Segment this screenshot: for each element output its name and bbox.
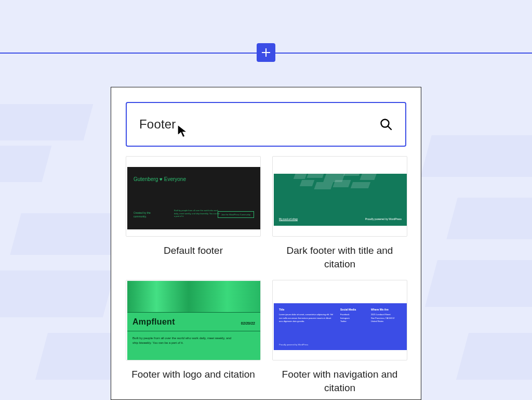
thumb-col3-items: 2021 Lombard Street San Francisco, CA 94… — [371, 313, 402, 323]
block-inserter-panel: Footer Gutenberg ♥ Everyone Created by t… — [111, 87, 421, 400]
thumb-created-by: Created by the community. — [134, 211, 154, 218]
pattern-thumbnail: My.cool.url.shop Proudly powered by Word… — [272, 156, 407, 237]
pattern-card-label: Default footer — [164, 244, 223, 257]
thumb-bottom-text: Proudly powered by WordPress — [279, 343, 308, 346]
pattern-card-nav-footer[interactable]: Title Lorem ipsum dolor sit amet, consec… — [272, 280, 407, 394]
svg-line-1 — [388, 126, 391, 130]
pattern-card-default-footer[interactable]: Gutenberg ♥ Everyone Created by the comm… — [126, 156, 261, 270]
thumb-col1-heading: Title — [279, 307, 335, 312]
pattern-thumbnail: Ampfluent 02/20/22 Built by people from … — [126, 280, 261, 360]
thumb-brand: Ampfluent — [132, 317, 175, 327]
thumb-col2-heading: Social Media — [340, 307, 366, 312]
thumb-col1-body: Lorem ipsum dolor sit amet, consectetur … — [279, 313, 335, 323]
pattern-card-logo-footer[interactable]: Ampfluent 02/20/22 Built by people from … — [126, 280, 261, 394]
pattern-card-label: Footer with logo and citation — [131, 368, 255, 381]
pattern-thumbnail: Title Lorem ipsum dolor sit amet, consec… — [272, 280, 407, 360]
thumb-col3-heading: Where We Are — [371, 307, 402, 312]
thumb-desc: Built by people from all over the world … — [132, 336, 236, 345]
thumb-button: Join the WordPress Community — [218, 211, 254, 218]
thumb-right-text: Proudly powered by WordPress — [365, 217, 402, 221]
add-block-button[interactable] — [257, 43, 275, 62]
search-icon — [379, 118, 393, 131]
thumb-left-text: My.cool.url.shop — [279, 217, 298, 221]
thumb-date: 02/20/22 — [241, 321, 255, 325]
thumb-desc: Built by people from all over the world … — [174, 209, 221, 218]
pattern-results-grid: Gutenberg ♥ Everyone Created by the comm… — [126, 156, 406, 395]
pattern-card-label: Dark footer with title and citation — [272, 244, 407, 270]
thumb-col2-items: Facebook Instagram Twitter — [340, 313, 366, 323]
pattern-card-label: Footer with navigation and citation — [272, 368, 407, 394]
pattern-card-dark-footer[interactable]: My.cool.url.shop Proudly powered by Word… — [272, 156, 407, 270]
pattern-search-input[interactable]: Footer — [126, 102, 406, 147]
plus-icon — [261, 47, 271, 58]
pattern-thumbnail: Gutenberg ♥ Everyone Created by the comm… — [126, 156, 261, 237]
thumb-title: Gutenberg ♥ Everyone — [134, 176, 254, 182]
search-input-value: Footer — [139, 117, 176, 132]
